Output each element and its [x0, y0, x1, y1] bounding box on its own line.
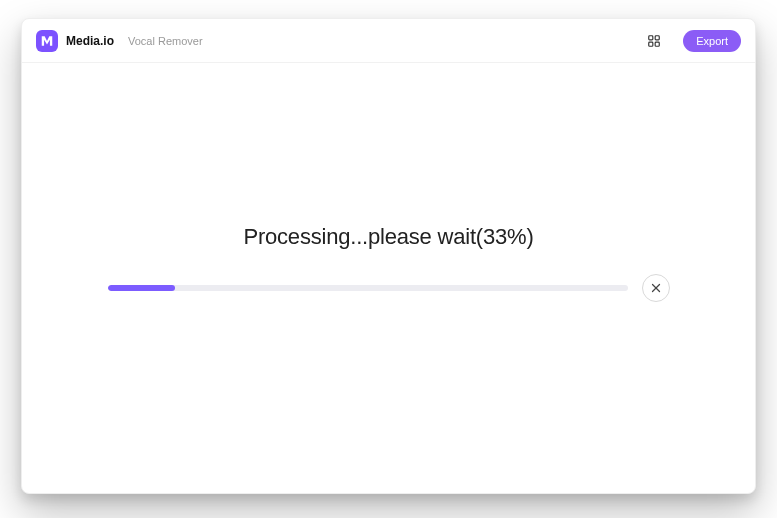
processing-status: Processing...please wait(33%)	[243, 224, 533, 250]
page-subtitle: Vocal Remover	[128, 35, 203, 47]
svg-rect-3	[655, 42, 659, 46]
status-prefix: Processing...please wait(	[243, 224, 483, 249]
progress-row	[108, 274, 670, 302]
export-button[interactable]: Export	[683, 30, 741, 52]
grid-icon	[647, 34, 661, 48]
status-suffix: %)	[507, 224, 534, 249]
app-logo	[36, 30, 58, 52]
svg-rect-2	[649, 42, 653, 46]
progress-fill	[108, 285, 176, 291]
main-area: Processing...please wait(33%)	[22, 63, 755, 493]
close-icon	[650, 282, 662, 294]
svg-rect-1	[655, 35, 659, 39]
header-bar: Media.io Vocal Remover Export	[22, 19, 755, 63]
status-percent: 33	[483, 224, 507, 249]
apps-grid-button[interactable]	[643, 30, 665, 52]
app-window: Media.io Vocal Remover Export Processing…	[21, 18, 756, 494]
app-name: Media.io	[66, 34, 114, 48]
progress-bar	[108, 285, 628, 291]
cancel-button[interactable]	[642, 274, 670, 302]
svg-rect-0	[649, 35, 653, 39]
